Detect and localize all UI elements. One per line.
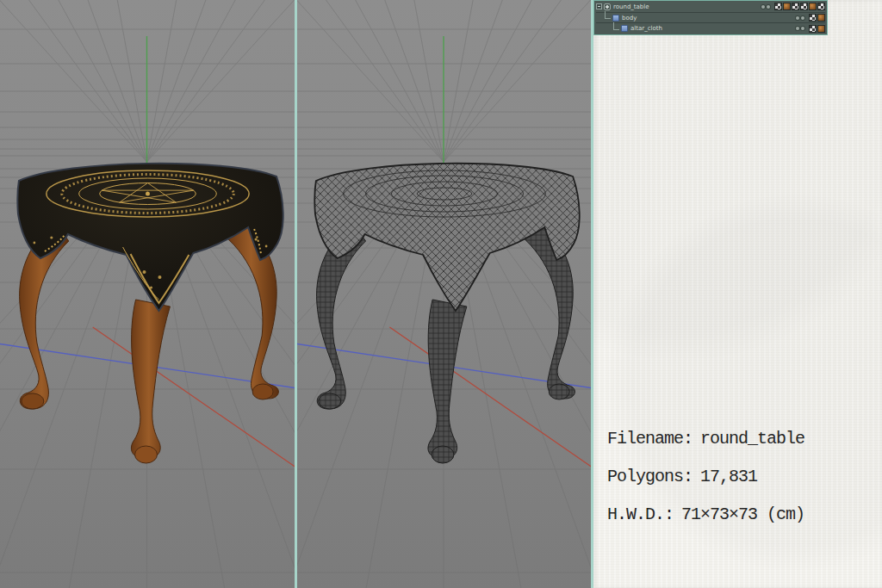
texture-tags: [808, 25, 825, 33]
object-row-round-table[interactable]: round_table: [596, 2, 825, 12]
texture-tags: [773, 3, 825, 10]
checker-material-swatch-icon[interactable]: [792, 3, 799, 10]
brown-material-swatch-icon[interactable]: [817, 25, 825, 33]
dimensions-label: H.W.D.:: [607, 504, 674, 524]
object-row-altar-cloth[interactable]: altar_cloth: [596, 22, 825, 34]
filename-value: round_table: [700, 429, 804, 449]
filename-label: Filename:: [607, 429, 693, 449]
polygons-value: 17,831: [700, 467, 757, 486]
app-window: Filename:round_table Polygons:17,831 H.W…: [0, 0, 882, 588]
checker-material-swatch-icon[interactable]: [800, 3, 808, 10]
visibility-toggles[interactable]: [794, 16, 804, 20]
visibility-dot-icon[interactable]: [761, 5, 765, 9]
visibility-dot-icon[interactable]: [796, 16, 799, 20]
dimensions-line: H.W.D.:71×73×73 (cm): [607, 504, 804, 525]
null-object-icon: [604, 3, 611, 10]
spec-sheet-panel: Filename:round_table Polygons:17,831 H.W…: [593, 0, 882, 588]
checker-material-swatch-icon[interactable]: [817, 3, 825, 10]
object-label[interactable]: body: [622, 15, 637, 22]
texture-tags: [808, 14, 825, 22]
visibility-toggles[interactable]: [794, 27, 804, 30]
object-manager-panel: round_table body altar_cloth: [593, 0, 828, 35]
expander-icon[interactable]: [596, 3, 602, 9]
checker-material-swatch-icon[interactable]: [809, 25, 817, 33]
filename-line: Filename:round_table: [607, 429, 804, 449]
mesh-object-icon: [621, 25, 628, 32]
checker-material-swatch-icon[interactable]: [774, 3, 782, 10]
tree-connector: [613, 22, 619, 30]
checker-material-swatch-icon[interactable]: [809, 14, 817, 22]
render-dot-icon[interactable]: [767, 5, 770, 9]
viewport-wireframe[interactable]: [297, 0, 591, 588]
viewport-shaded[interactable]: [0, 0, 295, 588]
visibility-toggles[interactable]: [760, 5, 770, 9]
object-row-body[interactable]: body: [596, 12, 825, 23]
render-dot-icon[interactable]: [801, 27, 804, 30]
object-label[interactable]: altar_cloth: [630, 25, 662, 32]
dimensions-value: 71×73×73 (cm): [681, 504, 804, 524]
shaded-viewport-canvas: [0, 0, 295, 588]
polygons-label: Polygons:: [607, 467, 693, 486]
brown-material-swatch-icon[interactable]: [783, 3, 791, 10]
brown-material-swatch-icon[interactable]: [809, 3, 817, 10]
object-label[interactable]: round_table: [613, 3, 649, 10]
spec-text-block: Filename:round_table Polygons:17,831 H.W…: [607, 429, 804, 542]
tree-connector: [605, 11, 611, 19]
brown-material-swatch-icon[interactable]: [817, 14, 825, 22]
mesh-object-icon: [612, 15, 619, 22]
wireframe-viewport-canvas: [297, 0, 591, 588]
render-dot-icon[interactable]: [801, 16, 804, 20]
visibility-dot-icon[interactable]: [796, 27, 799, 30]
polygons-line: Polygons:17,831: [607, 467, 804, 487]
